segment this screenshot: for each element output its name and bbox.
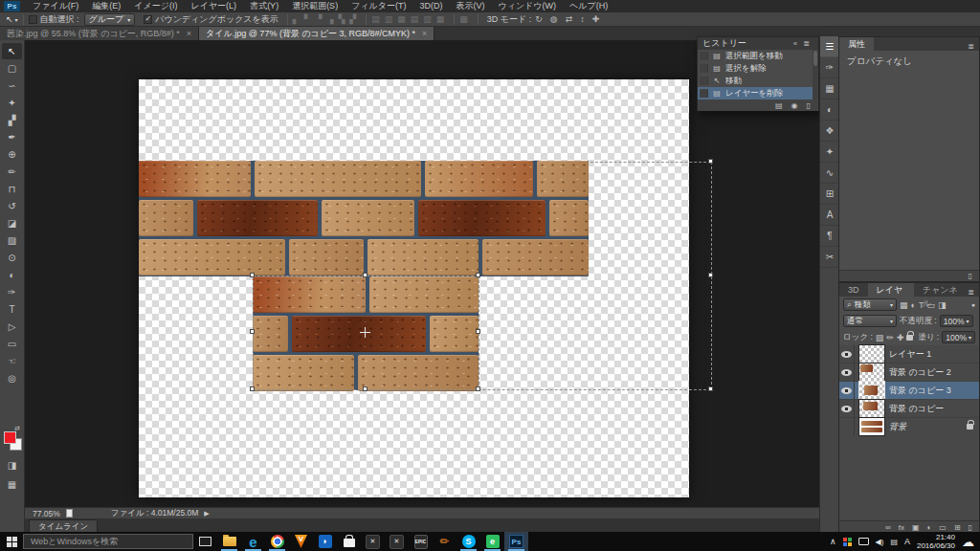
visibility-toggle[interactable] [839, 382, 855, 400]
menu-select[interactable]: 選択範囲(S) [285, 0, 345, 12]
hand-tool[interactable]: ☜ [2, 353, 22, 369]
taskbar-skype[interactable]: S [457, 532, 480, 551]
layer-style-button[interactable]: fx [899, 523, 904, 532]
properties-panel-icon[interactable]: ☰ [820, 36, 839, 57]
link-layers-button[interactable]: ∞ [885, 523, 891, 532]
filter-shape-layers-icon[interactable]: ▭ [926, 300, 935, 310]
menu-window[interactable]: ウィンドウ(W) [491, 0, 563, 12]
eraser-tool[interactable]: ◪ [2, 215, 22, 231]
display-icon[interactable] [858, 538, 869, 545]
color-panel-icon[interactable]: ❖ [820, 121, 839, 142]
tab-properties[interactable]: 属性 [839, 37, 874, 51]
show-bbox-checkbox[interactable]: ✓ [144, 15, 152, 24]
panel-menu-icon[interactable]: ≣ [803, 39, 810, 48]
auto-select-checkbox[interactable] [29, 15, 37, 24]
taskbar-file-explorer[interactable] [217, 532, 241, 551]
layer-thumbnail[interactable] [859, 364, 884, 381]
type-tool[interactable]: T [2, 301, 22, 318]
marquee-tool[interactable]: ▢ [2, 60, 22, 77]
paragraph-panel-icon[interactable]: ¶ [820, 226, 839, 247]
layer-thumbnail[interactable] [859, 400, 884, 417]
bbox-edge[interactable] [590, 162, 711, 163]
ime-mode-indicator[interactable]: A [904, 537, 910, 546]
bbox-handle[interactable] [708, 386, 713, 391]
taskbar-search-input[interactable] [23, 534, 193, 549]
filter-kind-dropdown[interactable]: ⌕ 種類 ▾ [843, 298, 897, 311]
bbox-handle[interactable] [250, 273, 255, 277]
layer-thumbnail[interactable] [859, 418, 884, 435]
pen-tool[interactable]: ✑ [2, 284, 22, 300]
tray-chevron-icon[interactable]: ∧ [830, 537, 836, 546]
new-snapshot-button[interactable]: ◉ [791, 101, 798, 110]
clone-source-panel-icon[interactable]: ∿ [820, 163, 839, 184]
layer-thumbnail[interactable] [859, 382, 884, 399]
quick-mask-button[interactable]: ◨ [2, 457, 22, 474]
bbox-handle[interactable] [708, 273, 713, 277]
bbox-handle[interactable] [250, 329, 255, 334]
history-source-checkbox[interactable] [700, 89, 708, 98]
lock-all-icon[interactable] [906, 335, 913, 341]
menu-3d[interactable]: 3D(D) [412, 0, 449, 12]
new-layer-button[interactable]: ⊞ [954, 523, 961, 532]
taskbar-edge[interactable]: e [241, 532, 265, 551]
taskbar-blue-app[interactable]: ◗ [313, 532, 337, 551]
layer-row[interactable]: 背景 のコピー [839, 400, 979, 418]
3d-scale-icon[interactable]: ✚ [589, 14, 604, 24]
new-doc-from-state-button[interactable]: ▤ [775, 101, 783, 110]
visibility-toggle[interactable] [839, 400, 855, 418]
opacity-input[interactable]: 100% ▾ [940, 315, 973, 327]
character-panel-icon[interactable]: A [820, 205, 839, 226]
styles-panel-icon[interactable]: ✑ [820, 57, 839, 78]
auto-select-target-dropdown[interactable]: グループ ▾ [84, 13, 136, 26]
history-source-checkbox[interactable] [700, 52, 708, 60]
blur-tool[interactable]: ⊙ [2, 250, 22, 266]
layer-row[interactable]: 背景 のコピー 2 [839, 364, 979, 382]
crop-tool[interactable]: ▞ [2, 112, 22, 128]
taskbar-photoshop[interactable]: Ps [504, 532, 528, 551]
zoom-tool[interactable]: ◎ [2, 370, 22, 386]
swatches-panel-icon[interactable]: ▦ [820, 78, 839, 99]
visibility-toggle[interactable] [839, 418, 855, 436]
dodge-tool[interactable]: ◐ [2, 267, 22, 283]
bbox-edge[interactable] [253, 389, 711, 390]
new-adjustment-layer-button[interactable]: ◐ [926, 523, 931, 532]
tab-layers[interactable]: レイヤー [868, 283, 914, 297]
volume-icon[interactable]: ◀) [876, 538, 884, 546]
magic-wand-tool[interactable]: ✦ [2, 95, 22, 111]
document-canvas[interactable] [139, 79, 689, 497]
history-state[interactable]: ▤ 選択範囲を移動 [698, 50, 818, 62]
taskbar-utility-app-2[interactable]: ✕ [385, 532, 409, 551]
bbox-handle[interactable] [476, 273, 480, 277]
3d-slide-icon[interactable]: ↕ [576, 14, 589, 24]
fill-input[interactable]: 100% ▾ [942, 331, 975, 343]
tool-presets-panel-icon[interactable]: ✂ [820, 247, 839, 268]
document-tab-inactive[interactable]: 茜染.jpg @ 55.8% (背景 のコピー, RGB/8#) * × [0, 27, 199, 40]
ime-pad-icon[interactable]: ▤ [890, 538, 898, 546]
lock-position-icon[interactable]: ✚ [897, 333, 904, 342]
filter-adjustment-layers-icon[interactable]: ◐ [911, 300, 916, 310]
bbox-handle[interactable] [363, 386, 368, 391]
lasso-tool[interactable]: ∽ [2, 77, 22, 94]
trash-icon[interactable]: ▯ [969, 272, 972, 280]
add-layer-mask-button[interactable]: ▣ [912, 523, 920, 532]
3d-rotate-icon[interactable]: ↻ [531, 14, 546, 24]
tab-channels[interactable]: チャンネル [914, 283, 968, 297]
gradient-tool[interactable]: ▨ [2, 232, 22, 249]
menu-type[interactable]: 書式(Y) [243, 0, 285, 12]
layer-thumbnail[interactable] [859, 345, 884, 363]
tray-app-icon[interactable] [843, 538, 852, 546]
history-brush-tool[interactable]: ↺ [2, 198, 22, 214]
taskbar-clock[interactable]: 21:40 2016/06/30 [917, 533, 955, 550]
foreground-color-swatch[interactable] [4, 431, 16, 444]
adjustments-panel-icon[interactable]: ◐ [820, 99, 839, 121]
filter-toggle-icon[interactable]: ● [971, 301, 975, 308]
bbox-handle[interactable] [708, 159, 713, 164]
panel-menu-icon[interactable]: ≣ [968, 288, 979, 297]
tab-3d[interactable]: 3D [839, 283, 868, 297]
menu-layer[interactable]: レイヤー(L) [184, 0, 243, 12]
close-icon[interactable]: × [422, 29, 427, 38]
history-state-selected[interactable]: ▤ レイヤーを削除 [698, 87, 818, 99]
taskbar-chrome[interactable] [265, 532, 289, 551]
layer-row[interactable]: レイヤー 1 [839, 345, 979, 364]
info-panel-icon[interactable]: ⊞ [820, 184, 839, 205]
